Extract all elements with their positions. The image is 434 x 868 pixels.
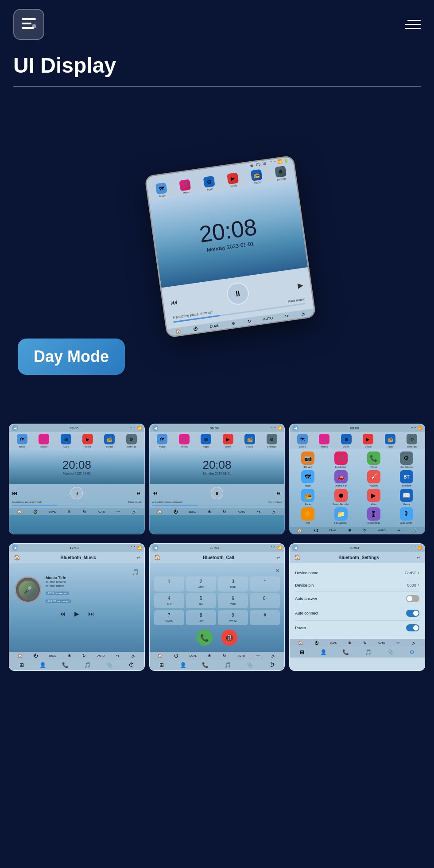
tab-phone-call[interactable]: 📞 (202, 662, 209, 668)
app-radio[interactable]: 📻 Radio (292, 489, 323, 506)
bt-call-back[interactable]: ◀ (152, 545, 159, 551)
app-avin[interactable]: 🔶 Avin (292, 507, 323, 524)
bt-call-back-icon[interactable]: ↩ (276, 555, 280, 560)
tab-phone-icon[interactable]: 📞 (62, 662, 69, 668)
power-bt-s[interactable]: ⏻ (314, 641, 318, 645)
app-icon-vedio[interactable]: ▶ Vedio (227, 172, 239, 188)
app-kuwooo[interactable]: 🎸 Kuwooo (358, 470, 389, 487)
loop-c[interactable]: ↻ (223, 510, 226, 514)
loop-bt-c[interactable]: ↻ (223, 654, 226, 658)
tab-person-call[interactable]: 👤 (180, 662, 186, 668)
home-icon-c[interactable]: 🏠 (157, 510, 162, 514)
bt-call-home[interactable]: 🏠 (154, 554, 161, 561)
bt-settings-back[interactable]: ◀ (292, 545, 298, 551)
device-name-chevron[interactable]: › (418, 570, 419, 575)
flake-bt-c[interactable]: ❄ (208, 654, 211, 658)
auto-connect-toggle[interactable] (406, 610, 419, 617)
pause-button[interactable]: ⏸ (225, 281, 250, 306)
key-0dash[interactable]: 0- (250, 593, 280, 608)
back-button-right[interactable]: ◀ (292, 425, 298, 431)
vol-r[interactable]: 🔊 (412, 528, 417, 533)
pause-btn-left[interactable]: ⏸ (70, 487, 83, 499)
loop-bt-s[interactable]: ↻ (363, 641, 367, 645)
app-bluetooth[interactable]: BT Bluetooth (391, 470, 422, 487)
app-car-settings[interactable]: ⚙ Car Settings (391, 452, 422, 468)
arr-c[interactable]: ↪ (257, 510, 260, 514)
hamburger-menu[interactable] (405, 20, 421, 29)
tab-grid-settings[interactable]: ⊞ (300, 649, 304, 655)
tab-clock-icon[interactable]: ⏱ (129, 662, 134, 668)
tab-clock-call[interactable]: ⏱ (269, 662, 275, 668)
app-maps[interactable]: 🗺 Maps (292, 470, 323, 487)
power-bt-m[interactable]: ⏻ (34, 654, 38, 658)
tab-clip-settings[interactable]: 📎 (388, 649, 394, 655)
tab-music-call[interactable]: 🎵 (225, 662, 231, 668)
vol-c[interactable]: 🔊 (272, 510, 277, 514)
arr-r[interactable]: ↪ (397, 528, 401, 533)
home-bt-m[interactable]: 🏠 (18, 654, 23, 658)
vol-bt-m[interactable]: 🔊 (131, 654, 136, 658)
tab-grid-icon[interactable]: ⊞ (19, 662, 24, 668)
arr-bt-s[interactable]: ↪ (396, 641, 400, 645)
loop-icon[interactable]: ↻ (247, 319, 251, 324)
key-1[interactable]: 1 (154, 576, 184, 592)
loop-bt-m[interactable]: ↻ (82, 654, 86, 658)
key-hash[interactable]: # (250, 610, 280, 625)
loop-l[interactable]: ↻ (83, 510, 86, 514)
bt-play-btn[interactable]: ▶ (74, 610, 79, 617)
volume-icon[interactable]: 🔊 (301, 311, 306, 316)
bt-music-back-icon[interactable]: ↩ (136, 555, 140, 560)
snowflake-icon[interactable]: ❄ (231, 321, 235, 326)
home-icon[interactable]: 🏠 (175, 328, 181, 334)
power-bt-c[interactable]: ⏻ (174, 654, 178, 658)
power-toggle[interactable] (406, 624, 419, 631)
key-3[interactable]: 3DEF (218, 576, 248, 592)
key-7[interactable]: 7PQRS (154, 610, 184, 625)
close-button[interactable]: ✕ (154, 568, 280, 574)
app-phone[interactable]: 📞 Phone (358, 452, 389, 468)
power-icon[interactable]: ⏻ (193, 326, 198, 331)
app-icon-maps[interactable]: 🗺 Maps (155, 182, 168, 198)
back-button-left[interactable]: ◀ (12, 425, 18, 431)
next-btn-left[interactable]: ⏭ (136, 490, 142, 496)
bt-next-btn[interactable]: ⏭ (88, 610, 94, 617)
tab-grid-call[interactable]: ⊞ (159, 662, 164, 668)
home-bt-s[interactable]: 🏠 (298, 641, 303, 645)
tab-music-icon[interactable]: 🎵 (84, 662, 91, 668)
key-star[interactable]: * (250, 576, 280, 592)
app-icon-music[interactable]: 🎵 Music (179, 179, 192, 195)
bt-music-home[interactable]: 🏠 (14, 554, 20, 561)
arr-bt-m[interactable]: ↪ (116, 654, 120, 658)
back-button-center[interactable]: ◀ (152, 425, 159, 431)
bt-music-back[interactable]: ◀ (12, 545, 18, 551)
bt-prev-btn[interactable]: ⏮ (59, 610, 66, 617)
vol-l[interactable]: 🔊 (132, 510, 137, 514)
key-4[interactable]: 4GHI (154, 593, 184, 608)
home-icon-l[interactable]: 🏠 (17, 510, 22, 514)
app-video[interactable]: ▶ Video (358, 489, 389, 506)
key-9[interactable]: 9WXYZ (218, 610, 248, 625)
home-bt-c[interactable]: 🏠 (158, 654, 163, 658)
power-icon-r[interactable]: ⏻ (314, 528, 318, 533)
app-voice-control[interactable]: 🎙 Voice Control (391, 507, 422, 524)
app-360view[interactable]: 📷 360 view (292, 452, 323, 468)
pause-btn-center[interactable]: ⏸ (211, 487, 223, 499)
flake-bt-s[interactable]: ❄ (348, 641, 352, 645)
bt-settings-back-icon[interactable]: ↩ (417, 555, 420, 560)
tab-active-settings[interactable]: ⚙ (410, 649, 415, 655)
app-originalcar[interactable]: 🚗 Original Car (325, 470, 356, 487)
app-icon-radio[interactable]: 📻 Radio (251, 169, 263, 184)
key-2[interactable]: 2ABC (186, 576, 216, 592)
vol-bt-s[interactable]: 🔊 (411, 641, 416, 645)
tab-person-icon[interactable]: 👤 (39, 662, 46, 668)
flake-bt-m[interactable]: ❄ (68, 654, 71, 658)
key-6[interactable]: 6MNO (218, 593, 248, 608)
next-btn-center[interactable]: ⏭ (276, 490, 282, 496)
arrow-icon[interactable]: ↪ (285, 313, 289, 319)
tab-person-settings[interactable]: 👤 (320, 649, 327, 655)
prev-btn-center[interactable]: ⏮ (152, 490, 158, 496)
app-icon-apps[interactable]: ⊞ Apps (203, 175, 215, 191)
tab-clip-call[interactable]: 📎 (247, 662, 253, 668)
app-disp-settings[interactable]: 🎛 DispSettings (358, 507, 389, 524)
answer-button[interactable]: 📞 (197, 630, 213, 646)
